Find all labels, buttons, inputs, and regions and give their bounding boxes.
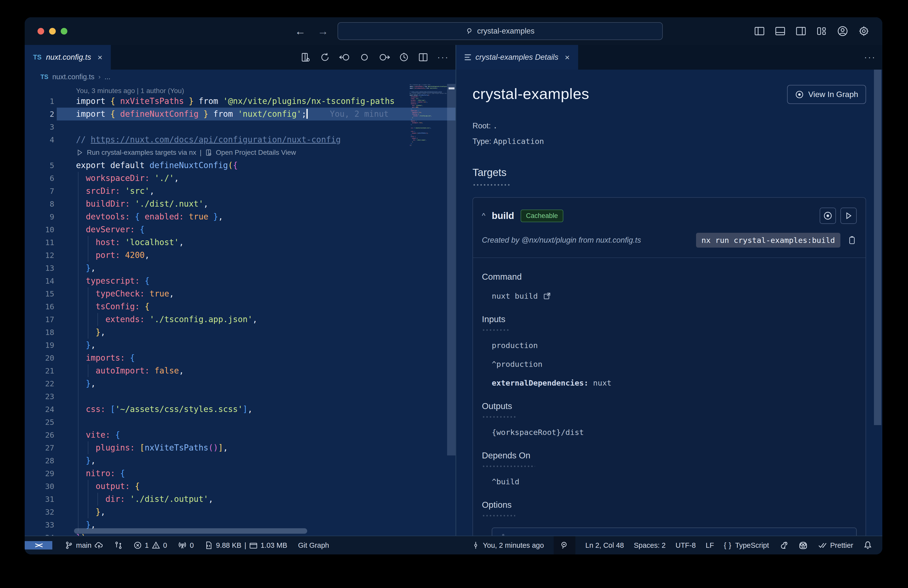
- inline-blame: You, 2 minut: [330, 109, 389, 119]
- project-details-icon: [205, 149, 213, 156]
- notifications-bell-icon[interactable]: [863, 541, 873, 550]
- input-item: externalDependencies: nuxt: [492, 379, 856, 387]
- git-graph-item[interactable]: Git Graph: [298, 541, 329, 549]
- file-icon: [204, 541, 213, 549]
- zoom-status-item[interactable]: [554, 536, 575, 554]
- input-item: production: [492, 341, 856, 350]
- breadcrumb-more[interactable]: ...: [105, 73, 111, 81]
- warning-icon: [152, 541, 160, 549]
- tab-nuxt-config[interactable]: TS nuxt.config.ts ×: [25, 45, 111, 69]
- blame-item[interactable]: You, 2 minutes ago: [472, 541, 544, 549]
- tab-project-details[interactable]: crystal-examples Details ×: [456, 45, 578, 69]
- codelens-run-link[interactable]: Run crystal-examples targets via nx: [87, 146, 196, 159]
- view-in-graph-button[interactable]: View In Graph: [787, 85, 866, 104]
- commit-icon: [472, 541, 480, 549]
- line-number: 18: [25, 326, 57, 339]
- ports-item[interactable]: 0: [178, 541, 194, 550]
- code-line: 11 host: 'localhost',: [25, 236, 456, 249]
- created-by-text: Created by @nx/nuxt/plugin from nuxt.con…: [482, 236, 641, 245]
- minimap[interactable]: You, 3 minutes ago | 1 author (You)impor…: [410, 84, 447, 536]
- line-number: 13: [25, 262, 57, 274]
- toggle-panel-icon[interactable]: [775, 26, 786, 37]
- code-line: 27 plugins: [nxViteTsPaths()],: [25, 441, 456, 454]
- close-window-button[interactable]: [37, 28, 44, 35]
- code-line: 22 },: [25, 377, 456, 390]
- toggle-primary-sidebar-icon[interactable]: [754, 26, 765, 37]
- options-heading: Options: [482, 500, 856, 510]
- project-details-panel: crystal-examples View In Graph Root: . T…: [456, 69, 882, 536]
- more-actions-icon[interactable]: ···: [437, 52, 449, 63]
- line-number: 20: [25, 351, 57, 364]
- customize-layout-icon[interactable]: [816, 26, 827, 37]
- line-number: 30: [25, 480, 57, 493]
- code-line: 19 },: [25, 339, 456, 351]
- minimize-window-button[interactable]: [49, 28, 56, 35]
- inputs-heading: Inputs: [482, 314, 856, 324]
- problems-item[interactable]: 1 0: [134, 541, 167, 549]
- line-number: 9: [25, 210, 57, 223]
- refresh-icon[interactable]: [320, 52, 330, 63]
- line-number: 10: [25, 223, 57, 236]
- search-icon: [466, 27, 474, 35]
- navigate-forward-icon[interactable]: →: [317, 25, 328, 37]
- command-center-search[interactable]: crystal-examples: [338, 22, 663, 40]
- toggle-secondary-sidebar-icon[interactable]: [795, 26, 807, 37]
- text-cursor: [306, 109, 307, 119]
- codelens-row[interactable]: Run crystal-examples targets via nx|Open…: [25, 146, 456, 159]
- status-bar: >< main 1 0 0 9.88 KB | 1: [25, 536, 882, 554]
- eol-item[interactable]: LF: [706, 541, 714, 549]
- maximize-window-button[interactable]: [61, 28, 68, 35]
- line-number: 24: [25, 403, 57, 416]
- editor-group-right: crystal-examples Details × ··· crystal-e…: [456, 45, 882, 536]
- line-number: 34: [25, 531, 57, 536]
- file-size-item[interactable]: 9.88 KB | 1.03 MB: [204, 541, 287, 549]
- git-compare-icon[interactable]: [114, 541, 122, 549]
- git-branch-item[interactable]: main: [64, 541, 103, 550]
- open-changes-icon[interactable]: [301, 52, 311, 63]
- run-target-button[interactable]: [840, 208, 856, 224]
- external-link-icon[interactable]: [543, 292, 551, 300]
- close-tab-icon[interactable]: ×: [565, 53, 570, 62]
- run-play-icon[interactable]: [76, 149, 84, 156]
- line-number: 25: [25, 416, 57, 429]
- play-icon: [844, 211, 853, 221]
- tab-label: nuxt.config.ts: [46, 53, 91, 62]
- more-actions-icon[interactable]: ···: [864, 52, 876, 63]
- settings-gear-icon[interactable]: [858, 26, 869, 37]
- account-icon[interactable]: [837, 26, 848, 37]
- codelens-open-details-link[interactable]: Open Project Details View: [216, 146, 296, 159]
- circle-icon[interactable]: [359, 52, 370, 63]
- error-icon: [134, 541, 142, 549]
- nav-back-circle-icon[interactable]: [339, 52, 350, 63]
- robot-icon[interactable]: [798, 540, 808, 550]
- close-tab-icon[interactable]: ×: [97, 53, 102, 62]
- breadcrumb-file[interactable]: nuxt.config.ts: [52, 73, 95, 81]
- code-editor[interactable]: You, 3 minutes ago | 1 author (You)1impo…: [25, 84, 456, 536]
- timeline-icon[interactable]: [399, 52, 409, 63]
- prettier-item[interactable]: Prettier: [818, 541, 853, 550]
- editor-vertical-scrollbar[interactable]: [447, 84, 456, 456]
- remote-indicator[interactable]: ><: [25, 541, 52, 549]
- copy-icon[interactable]: [847, 235, 856, 245]
- indentation-item[interactable]: Spaces: 2: [634, 541, 666, 549]
- squirrel-icon[interactable]: [779, 541, 788, 550]
- options-json-editor[interactable]: { "cwd": "." }: [492, 528, 856, 536]
- git-blame-annotation: You, 3 minutes ago | 1 author (You): [76, 87, 184, 95]
- view-target-button[interactable]: [819, 208, 836, 224]
- vscode-window: ← → crystal-examples TS nuxt.config.ts ×: [25, 17, 882, 554]
- broadcast-icon: [178, 541, 187, 550]
- run-command-chip[interactable]: nx run crystal-examples:build: [696, 233, 840, 248]
- editor-horizontal-scrollbar[interactable]: [74, 528, 307, 534]
- collapse-chevron-icon[interactable]: ^: [482, 211, 485, 220]
- encoding-item[interactable]: UTF-8: [676, 541, 696, 549]
- project-title: crystal-examples: [473, 85, 589, 102]
- line-number: [25, 146, 57, 159]
- breadcrumb[interactable]: TS nuxt.config.ts › ...: [25, 69, 456, 84]
- cursor-position-item[interactable]: Ln 2, Col 48: [585, 541, 624, 549]
- navigate-back-icon[interactable]: ←: [295, 25, 306, 37]
- language-mode-item[interactable]: { } TypeScript: [724, 541, 769, 549]
- panel-vertical-scrollbar[interactable]: [874, 69, 881, 425]
- split-editor-icon[interactable]: [418, 52, 428, 63]
- nav-forward-circle-icon[interactable]: [378, 52, 390, 63]
- folder-icon: [249, 541, 258, 549]
